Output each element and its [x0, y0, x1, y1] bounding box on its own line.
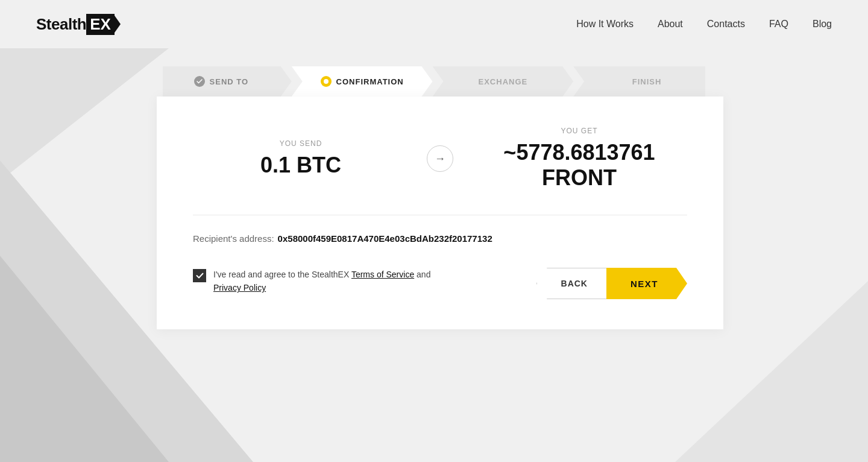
you-send-value: 0.1 BTC	[193, 153, 409, 178]
nav-about[interactable]: About	[658, 19, 683, 30]
next-button[interactable]: NEXT	[606, 268, 687, 299]
step-exchange-label: EXCHANGE	[479, 77, 528, 86]
terms-of-service-link[interactable]: Terms of Service	[351, 270, 414, 279]
step-send-to-check-icon	[194, 76, 205, 87]
step-exchange: EXCHANGE	[433, 66, 574, 97]
privacy-policy-link[interactable]: Privacy Policy	[213, 283, 266, 293]
section-divider	[193, 215, 687, 215]
you-send-label: YOU SEND	[193, 139, 409, 148]
header: StealthEX How It Works About Contacts FA…	[0, 0, 868, 48]
exchange-arrow-icon: →	[427, 145, 453, 172]
you-get-col: YOU GET ~5778.6813761 FRONT	[471, 127, 687, 191]
logo: StealthEX	[36, 14, 115, 35]
main-nav: How It Works About Contacts FAQ Blog	[576, 19, 832, 30]
agreement-text-before: I've read and agree to the StealthEX	[213, 270, 351, 279]
agreement-text: I've read and agree to the StealthEX Ter…	[213, 268, 430, 295]
recipient-address: 0x58000f459E0817A470E4e03cBdAb232f201771…	[278, 233, 492, 244]
you-send-col: YOU SEND 0.1 BTC	[193, 139, 409, 178]
agreement-checkbox-area: I've read and agree to the StealthEX Ter…	[193, 268, 512, 295]
agree-checkbox[interactable]	[193, 269, 206, 282]
steps-bar: SEND TO CONFIRMATION EXCHANGE FINISH	[163, 66, 705, 97]
you-get-value: ~5778.6813761 FRONT	[471, 140, 687, 191]
back-button[interactable]: BACK	[536, 268, 608, 299]
steps-bar-container: SEND TO CONFIRMATION EXCHANGE FINISH	[0, 66, 868, 97]
logo-ex-text: EX	[86, 14, 115, 35]
step-finish: FINISH	[573, 66, 705, 97]
nav-faq[interactable]: FAQ	[769, 19, 788, 30]
step-confirmation: CONFIRMATION	[292, 66, 433, 97]
agreement-row: I've read and agree to the StealthEX Ter…	[193, 268, 687, 299]
step-finish-label: FINISH	[632, 77, 662, 86]
recipient-row: Recipient's address: 0x58000f459E0817A47…	[193, 233, 687, 244]
agreement-text-middle: and	[414, 270, 430, 279]
step-confirmation-label: CONFIRMATION	[336, 77, 404, 86]
step-confirmation-dot-inner	[324, 79, 329, 84]
nav-contacts[interactable]: Contacts	[707, 19, 745, 30]
step-send-to-label: SEND TO	[210, 77, 249, 86]
step-send-to: SEND TO	[163, 66, 292, 97]
step-confirmation-dot-icon	[321, 76, 332, 87]
you-get-label: YOU GET	[471, 127, 687, 135]
buttons-area: BACK NEXT	[536, 268, 687, 299]
nav-how-it-works[interactable]: How It Works	[576, 19, 634, 30]
main-card: YOU SEND 0.1 BTC → YOU GET ~5778.6813761…	[157, 97, 723, 329]
nav-blog[interactable]: Blog	[813, 19, 832, 30]
exchange-summary: YOU SEND 0.1 BTC → YOU GET ~5778.6813761…	[193, 127, 687, 191]
recipient-label: Recipient's address:	[193, 233, 274, 244]
logo-stealth-text: Stealth	[36, 15, 86, 34]
